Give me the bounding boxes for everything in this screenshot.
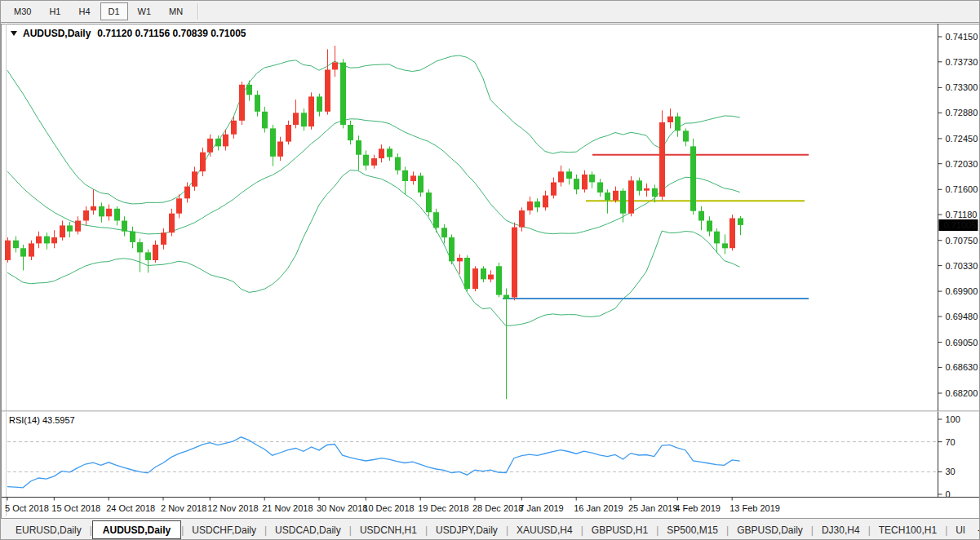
candle-body [457,258,463,261]
candle-body [534,201,540,207]
symbol-tab-gbpusd-daily[interactable]: GBPUSD,Daily [729,520,811,539]
date-tick-label: 5 Oct 2018 [5,503,49,513]
candle-body [286,125,291,142]
candle-body [317,96,322,111]
candle-body [426,193,432,212]
candle-body [738,219,743,225]
candle-body [566,171,572,179]
candle-body [543,196,548,208]
date-tick-label: 28 Dec 2018 [472,503,523,513]
timeframe-button-mn[interactable]: MN [161,2,191,20]
chart-canvas[interactable]: 0.741500.737300.733000.728800.724500.720… [1,1,980,540]
current-price-badge: 0.71005 [939,219,978,231]
candle-body [200,153,206,172]
candle-body [348,125,353,140]
candle-body [262,112,268,129]
date-tick-label: 19 Dec 2018 [418,503,468,513]
price-tick-label: 0.69480 [946,312,978,321]
date-tick-label: 7 Jan 2019 [519,503,563,513]
price-tick-label: 0.68630 [946,362,978,372]
candle-body [589,175,595,183]
price-tick-label: 0.74150 [946,32,978,42]
candle-body [410,175,416,181]
price-tick-label: 0.71180 [946,210,978,219]
candle-body [363,155,369,166]
rsi-tick-label: 30 [946,467,956,476]
candle-body [75,221,81,232]
price-tick-label: 0.72880 [946,108,978,117]
toolbar-separator [197,3,199,20]
candle-body [13,241,19,249]
candle-body [698,211,704,221]
candle-body [714,232,720,244]
terminal-window: M30H1H4D1W1MN 0.741500.737300.733000.728… [0,0,980,540]
candle-body [239,85,245,121]
candle-body [449,237,455,261]
date-tick-label: 24 Oct 2018 [106,503,155,513]
timeframe-button-h4[interactable]: H4 [70,2,98,20]
candle-body [527,201,533,210]
candle-body [29,243,34,256]
rsi-tick-label: 0 [946,489,951,499]
candle-body [99,206,104,217]
symbol-tab-usdcad-daily[interactable]: USDCAD,Daily [267,520,349,539]
timeframe-button-w1[interactable]: W1 [130,2,160,20]
date-tick-label: 30 Nov 2018 [317,503,367,513]
candle-body [137,242,143,253]
timeframe-button-d1[interactable]: D1 [100,2,128,20]
candle-body [36,237,42,244]
symbol-tab-tech100-h1[interactable]: TECH100,H1 [871,520,945,539]
candle-body [207,139,213,153]
candle-body [83,210,89,221]
symbol-tab-usdcnh-h1[interactable]: USDCNH,H1 [352,520,425,539]
candle-body [5,241,11,260]
candle-body [620,191,626,214]
candle-body [308,96,314,126]
candle-body [628,180,634,213]
candle-body [402,170,408,181]
candle-body [503,295,509,299]
timeframe-toolbar: M30H1H4D1W1MN [1,1,980,23]
date-tick-label: 21 Nov 2018 [262,503,313,513]
timeframe-button-h1[interactable]: H1 [41,2,69,20]
svg-text:0.71005: 0.71005 [944,220,977,230]
date-tick-label: 16 Jan 2019 [574,503,623,513]
candle-body [60,225,65,237]
price-tick-label: 0.70750 [946,236,978,246]
candle-body [652,188,658,197]
tab-scroll-controls: ◄► [973,524,980,537]
symbol-tab-gbpusd-h1[interactable]: GBPUSD,H1 [583,520,656,539]
candle-body [231,121,237,135]
candle-body [91,206,96,210]
candle-body [215,139,221,147]
candle-body [114,209,120,221]
symbol-tab-sp500-m15[interactable]: SP500,M15 [659,520,726,539]
price-tick-label: 0.72030 [946,159,978,169]
candle-body [51,237,57,243]
candle-body [246,85,252,95]
price-tick-label: 0.70330 [946,261,978,271]
tab-scroll-left-icon[interactable]: ◄ [973,524,980,537]
timeframe-button-m30[interactable]: M30 [6,2,39,20]
symbol-tab-usdchf-daily[interactable]: USDCHF,Daily [184,520,264,539]
price-tick-label: 0.69900 [946,286,978,296]
candle-body [659,122,665,197]
candle-body [371,158,377,166]
candle-body [277,142,283,157]
candle-body [293,113,299,125]
symbol-tab-usdjpy-daily[interactable]: USDJPY,Daily [428,520,506,539]
symbol-tab-eurusd-daily[interactable]: EURUSD,Daily [7,520,90,539]
candle-body [387,148,392,157]
date-tick-label: 25 Jan 2019 [628,503,678,513]
candle-body [340,63,346,125]
rsi-tick-label: 70 [946,437,956,447]
symbol-tab-xauusd-h4[interactable]: XAUUSD,H4 [508,520,581,539]
candle-body [597,183,603,193]
symbol-tab-dj30-h4[interactable]: DJ30,H4 [814,520,868,539]
symbol-tab-audusd-daily[interactable]: AUDUSD,Daily [92,520,181,539]
candle-body [169,214,175,233]
symbol-tab-ul[interactable]: Ul [947,520,973,539]
candle-body [270,128,276,157]
date-tick-label: 10 Dec 2018 [363,503,414,513]
candle-body [472,268,478,289]
